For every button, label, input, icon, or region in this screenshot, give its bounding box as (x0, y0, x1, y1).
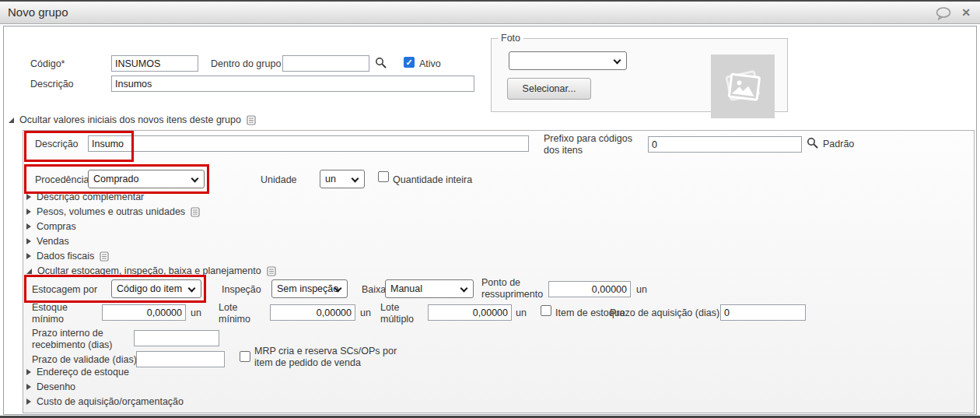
chevron-down-icon (614, 57, 621, 65)
mrp-checkbox[interactable] (240, 351, 250, 362)
chevron-down-icon (352, 175, 359, 183)
unidade-select[interactable]: un (320, 170, 365, 188)
search-icon[interactable] (375, 57, 387, 69)
section-dados-fiscais[interactable]: Dados fiscais (26, 251, 109, 262)
section-label: Vendas (37, 236, 69, 247)
item-descricao-input[interactable] (88, 135, 529, 152)
foto-select[interactable] (509, 51, 627, 70)
lote-minimo-label: Lote mínimo (219, 302, 257, 325)
lote-minimo-input[interactable] (270, 304, 355, 321)
estocagem-por-value: Código do item (117, 283, 182, 294)
collapsed-arrow-icon (26, 238, 31, 244)
padrao-label: Padrão (823, 139, 854, 150)
collapsed-arrow-icon (26, 209, 31, 215)
selecionar-button[interactable]: Selecionar... (507, 78, 591, 100)
inspecao-label: Inspeção (222, 284, 261, 296)
lote-multiplo-unit: un (516, 307, 527, 319)
prazo-validade-label: Prazo de validade (dias) (32, 354, 137, 366)
prazo-aquisicao-input[interactable] (720, 304, 806, 321)
expanded-arrow-icon (9, 118, 14, 123)
prazo-aquisicao-label: Prazo de aquisição (dias) (610, 307, 719, 319)
estoque-minimo-label: Estoque mínimo (32, 302, 79, 325)
section-label: Descrição complementar (37, 191, 144, 202)
baixa-value: Manual (390, 283, 422, 294)
unidade-value: un (325, 174, 336, 184)
foto-fieldset: Foto Selecionar... (491, 33, 788, 112)
section-label: Compras (37, 221, 76, 232)
descricao-input[interactable] (111, 76, 474, 92)
form-icon (247, 115, 256, 125)
section-label: Desenho (37, 381, 75, 392)
descricao-label: Descrição (30, 79, 74, 90)
form-icon (191, 207, 200, 217)
section-label: Dados fiscais (37, 251, 94, 262)
section-endereco-estoque[interactable]: Endereço de estoque (26, 367, 129, 378)
item-de-estoque-checkbox[interactable] (541, 305, 551, 316)
procedencia-value: Comprado (93, 174, 138, 184)
lote-minimo-unit: un (360, 307, 371, 319)
prazo-interno-input[interactable] (134, 330, 219, 346)
ponto-ressuprimento-input[interactable] (548, 281, 631, 297)
lote-multiplo-input[interactable] (428, 304, 512, 321)
item-descricao-label: Descrição (35, 139, 79, 150)
collapsed-arrow-icon (26, 223, 31, 230)
section-custo-aquisicao[interactable]: Custo de aquisição/orçamentação (26, 396, 184, 407)
inspecao-value: Sem inspeção (277, 283, 338, 294)
window-title: Novo grupo (8, 5, 68, 19)
dentro-do-grupo-label: Dentro do grupo (211, 58, 281, 70)
baixa-label: Baixa (362, 284, 386, 296)
titlebar: Novo grupo ✕ (0, 2, 980, 24)
procedencia-label: Procedência (35, 174, 89, 186)
prefixo-label: Prefixo para códigos dos itens (544, 133, 643, 156)
mrp-label: MRP cria e reserva SCs/OPs por item de p… (254, 346, 404, 369)
expanded-arrow-icon (26, 269, 32, 274)
section-compras[interactable]: Compras (26, 221, 76, 232)
section-label: Endereço de estoque (37, 367, 129, 378)
section-vendas[interactable]: Vendas (26, 236, 69, 247)
procedencia-select[interactable]: Comprado (88, 170, 205, 188)
inspecao-select[interactable]: Sem inspeção (271, 279, 348, 298)
ativo-checkbox[interactable] (404, 57, 415, 68)
search-icon[interactable] (807, 137, 819, 149)
quantidade-inteira-checkbox[interactable] (378, 171, 389, 182)
comment-bubble-icon[interactable] (935, 7, 952, 20)
form-icon (100, 251, 109, 262)
baixa-select[interactable]: Manual (385, 279, 474, 298)
dentro-do-grupo-input[interactable] (282, 55, 369, 72)
lote-multiplo-label: Lote múltiplo (380, 302, 423, 325)
prazo-interno-label: Prazo interno de recebimento (dias) (32, 328, 129, 351)
collapsed-arrow-icon (26, 369, 31, 375)
ativo-label: Ativo (419, 58, 441, 70)
collapsed-arrow-icon (26, 253, 31, 259)
collapsed-arrow-icon (26, 384, 31, 390)
codigo-input[interactable] (111, 55, 198, 72)
estocagem-por-select[interactable]: Código do item (111, 279, 201, 298)
section-valores-iniciais-label: Ocultar valores iniciais dos novos itens… (19, 114, 241, 125)
ponto-ressuprimento-label: Ponto de ressuprimento (481, 277, 558, 300)
section-estocagem-header[interactable]: Ocultar estocagem, inspeção, baixa e pla… (26, 265, 276, 276)
prefixo-input[interactable] (648, 136, 802, 153)
section-descricao-complementar[interactable]: Descrição complementar (26, 191, 144, 202)
photo-placeholder (711, 54, 775, 118)
chevron-down-icon (191, 175, 199, 183)
section-pesos-volumes[interactable]: Pesos, volumes e outras unidades (26, 206, 200, 217)
section-valores-iniciais-header[interactable]: Ocultar valores iniciais dos novos itens… (9, 114, 256, 125)
collapsed-arrow-icon (26, 399, 31, 405)
estoque-minimo-input[interactable] (102, 304, 186, 321)
chevron-down-icon (188, 285, 196, 293)
unidade-label: Unidade (261, 174, 297, 186)
novo-grupo-form-panel: Código* Dentro do grupo Ativo Descrição … (3, 26, 977, 415)
close-icon[interactable]: ✕ (961, 6, 971, 19)
collapsed-arrow-icon (26, 194, 31, 200)
quantidade-inteira-label: Quantidade inteira (393, 174, 472, 186)
section-label: Pesos, volumes e outras unidades (37, 206, 185, 217)
ponto-ressuprimento-unit: un (636, 284, 647, 296)
prazo-validade-input[interactable] (136, 351, 225, 367)
estoque-minimo-unit: un (191, 307, 201, 319)
foto-legend: Foto (498, 33, 523, 44)
form-icon (267, 266, 276, 276)
estocagem-por-label: Estocagem por (32, 284, 97, 296)
section-estocagem-label: Ocultar estocagem, inspeção, baixa e pla… (37, 265, 261, 276)
section-desenho[interactable]: Desenho (26, 381, 75, 392)
chevron-down-icon (460, 285, 468, 293)
